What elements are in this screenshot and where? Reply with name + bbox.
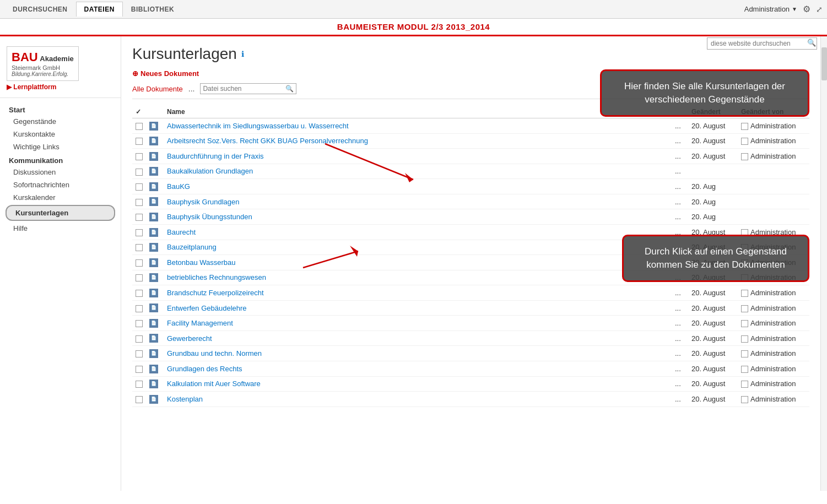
row-dots[interactable]: ...: [672, 240, 688, 255]
row-check[interactable]: [132, 133, 146, 149]
row-check[interactable]: [132, 300, 146, 316]
filter-all-docs[interactable]: Alle Dokumente: [132, 85, 183, 93]
doc-link[interactable]: Bauphysik Grundlagen: [167, 198, 240, 206]
row-name[interactable]: Kalkulation mit Auer Software: [164, 376, 672, 392]
row-check[interactable]: [132, 240, 146, 255]
row-name[interactable]: Baudurchführung in der Praxis: [164, 149, 672, 164]
tab-bibliothek[interactable]: BIBLIOTHEK: [123, 2, 182, 17]
doc-link[interactable]: Entwerfen Gebäudelehre: [167, 304, 247, 312]
row-name[interactable]: Abwassertechnik im Siedlungswasserbau u.…: [164, 118, 672, 134]
right-scrollbar[interactable]: [820, 36, 827, 491]
table-row[interactable]: 📄 Brandschutz Feuerpolizeirecht ... 20. …: [132, 285, 809, 301]
row-check[interactable]: [132, 346, 146, 361]
sidebar-item-sofortnachrichten[interactable]: Sofortnachrichten: [0, 178, 121, 191]
doc-link[interactable]: Bauphysik Übungsstunden: [167, 213, 252, 221]
row-name[interactable]: Baukalkulation Grundlagen: [164, 164, 672, 179]
row-dots[interactable]: ...: [672, 361, 688, 377]
row-check[interactable]: [132, 392, 146, 407]
row-check[interactable]: [132, 118, 146, 134]
row-name[interactable]: Brandschutz Feuerpolizeirecht: [164, 285, 672, 301]
row-dots[interactable]: ...: [672, 149, 688, 164]
row-check[interactable]: [132, 149, 146, 164]
row-check[interactable]: [132, 330, 146, 346]
row-name[interactable]: Gewerberecht: [164, 330, 672, 346]
table-row[interactable]: 📄 Entwerfen Gebäudelehre ... 20. August …: [132, 300, 809, 316]
doc-link[interactable]: Kalkulation mit Auer Software: [167, 380, 261, 388]
row-dots[interactable]: ...: [672, 346, 688, 361]
doc-link[interactable]: Brandschutz Feuerpolizeirecht: [167, 289, 264, 297]
row-name[interactable]: Grundlagen des Rechts: [164, 361, 672, 377]
row-name[interactable]: Bauphysik Übungsstunden: [164, 209, 672, 225]
row-dots[interactable]: ...: [672, 255, 688, 270]
tab-durchsuchen[interactable]: DURCHSUCHEN: [4, 2, 76, 17]
doc-link[interactable]: Facility Management: [167, 319, 233, 327]
row-check[interactable]: [132, 255, 146, 270]
admin-menu[interactable]: Administration ▼: [744, 5, 797, 13]
table-row[interactable]: 📄 Gewerberecht ... 20. August Administra…: [132, 330, 809, 346]
row-name[interactable]: Arbeitsrecht Soz.Vers. Recht GKK BUAG Pe…: [164, 133, 672, 149]
row-dots[interactable]: ...: [672, 209, 688, 225]
row-dots[interactable]: ...: [672, 194, 688, 209]
sidebar-item-gegenstande[interactable]: Gegenstände: [0, 115, 121, 128]
table-row[interactable]: 📄 Abwassertechnik im Siedlungswasserbau …: [132, 118, 809, 134]
doc-link[interactable]: Arbeitsrecht Soz.Vers. Recht GKK BUAG Pe…: [167, 137, 368, 145]
gear-icon[interactable]: ⚙: [803, 4, 810, 14]
doc-link[interactable]: Betonbau Wasserbau: [167, 258, 236, 267]
row-name[interactable]: Betonbau Wasserbau: [164, 255, 672, 270]
row-dots[interactable]: ...: [672, 133, 688, 149]
table-row[interactable]: 📄 Arbeitsrecht Soz.Vers. Recht GKK BUAG …: [132, 133, 809, 149]
tab-dateien[interactable]: DATEIEN: [76, 2, 123, 17]
doc-link[interactable]: betriebliches Rechnungswesen: [167, 273, 266, 281]
table-row[interactable]: 📄 Baudurchführung in der Praxis ... 20. …: [132, 149, 809, 164]
table-row[interactable]: 📄 Bauphysik Übungsstunden ... 20. Aug: [132, 209, 809, 225]
doc-link[interactable]: Baukalkulation Grundlagen: [167, 167, 253, 175]
row-name[interactable]: Facility Management: [164, 316, 672, 331]
doc-link[interactable]: Baurecht: [167, 228, 196, 236]
sidebar-item-kursunterlagen[interactable]: Kursunterlagen: [6, 205, 115, 221]
sidebar-item-hilfe[interactable]: Hilfe: [0, 222, 121, 235]
table-row[interactable]: 📄 Betonbau Wasserbau ... 20. August Admi…: [132, 255, 809, 270]
table-row[interactable]: 📄 Grundlagen des Rechts ... 20. August A…: [132, 361, 809, 377]
row-check[interactable]: [132, 209, 146, 225]
sidebar-item-kurskalender[interactable]: Kurskalender: [0, 191, 121, 204]
row-dots[interactable]: ...: [672, 376, 688, 392]
row-check[interactable]: [132, 316, 146, 331]
sidebar-item-kurskontakte[interactable]: Kurskontakte: [0, 128, 121, 140]
file-search-input[interactable]: [203, 85, 285, 93]
row-check[interactable]: [132, 285, 146, 301]
row-name[interactable]: Entwerfen Gebäudelehre: [164, 300, 672, 316]
table-row[interactable]: 📄 Kostenplan ... 20. August Administrati…: [132, 392, 809, 407]
table-row[interactable]: 📄 Bauzeitplanung ... 20. August Administ…: [132, 240, 809, 255]
row-name[interactable]: Baurecht: [164, 224, 672, 240]
row-check[interactable]: [132, 361, 146, 377]
row-dots[interactable]: ...: [672, 118, 688, 134]
new-doc-button[interactable]: ⊕ Neues Dokument: [132, 69, 809, 78]
row-dots[interactable]: ...: [672, 285, 688, 301]
fullscreen-icon[interactable]: ⤢: [816, 5, 823, 14]
row-name[interactable]: Kostenplan: [164, 392, 672, 407]
row-check[interactable]: [132, 179, 146, 194]
doc-link[interactable]: Grundlagen des Rechts: [167, 365, 242, 373]
row-name[interactable]: Grundbau und techn. Normen: [164, 346, 672, 361]
sidebar-item-diskussionen[interactable]: Diskussionen: [0, 166, 121, 178]
doc-link[interactable]: Grundbau und techn. Normen: [167, 349, 262, 357]
table-row[interactable]: 📄 Baurecht ... 20. August Administration: [132, 224, 809, 240]
row-dots[interactable]: ...: [672, 300, 688, 316]
row-name[interactable]: BauKG: [164, 179, 672, 194]
row-dots[interactable]: ...: [672, 164, 688, 179]
table-row[interactable]: 📄 Bauphysik Grundlagen ... 20. Aug: [132, 194, 809, 209]
doc-link[interactable]: BauKG: [167, 182, 190, 191]
table-row[interactable]: 📄 Grundbau und techn. Normen ... 20. Aug…: [132, 346, 809, 361]
doc-link[interactable]: Kostenplan: [167, 395, 203, 403]
sidebar-item-wichtige-links[interactable]: Wichtige Links: [0, 140, 121, 153]
table-row[interactable]: 📄 BauKG ... 20. Aug: [132, 179, 809, 194]
doc-link[interactable]: Abwassertechnik im Siedlungswasserbau u.…: [167, 122, 349, 130]
file-search-button[interactable]: 🔍: [285, 85, 294, 93]
doc-link[interactable]: Baudurchführung in der Praxis: [167, 152, 264, 160]
row-check[interactable]: [132, 194, 146, 209]
row-check[interactable]: [132, 376, 146, 392]
row-check[interactable]: [132, 270, 146, 285]
row-dots[interactable]: ...: [672, 179, 688, 194]
table-row[interactable]: 📄 Facility Management ... 20. August Adm…: [132, 316, 809, 331]
row-dots[interactable]: ...: [672, 330, 688, 346]
